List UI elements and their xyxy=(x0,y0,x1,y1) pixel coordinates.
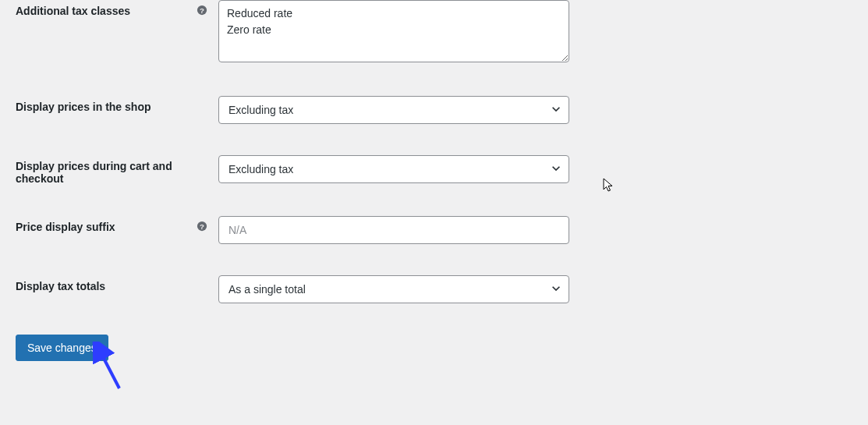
display-prices-shop-select[interactable]: Excluding tax xyxy=(218,96,569,124)
row-price-display-suffix: Price display suffix ? xyxy=(16,216,852,244)
label-display-tax-totals: Display tax totals xyxy=(16,280,105,292)
row-display-prices-shop: Display prices in the shop Excluding tax xyxy=(16,96,852,124)
label-col: Additional tax classes ? xyxy=(16,0,218,17)
label-additional-tax-classes: Additional tax classes xyxy=(16,5,130,17)
input-col: As a single total xyxy=(218,275,569,303)
input-col: Reduced rate Zero rate xyxy=(218,0,569,65)
select-value: As a single total xyxy=(218,275,569,303)
svg-text:?: ? xyxy=(200,6,204,15)
additional-tax-classes-textarea[interactable]: Reduced rate Zero rate xyxy=(218,0,569,62)
row-display-prices-cart: Display prices during cart and checkout … xyxy=(16,155,852,185)
label-col: Display prices in the shop xyxy=(16,96,218,113)
label-col: Display tax totals xyxy=(16,275,218,292)
help-icon[interactable]: ? xyxy=(197,221,207,232)
tax-settings-form: Additional tax classes ? Reduced rate Ze… xyxy=(0,0,868,361)
label-price-display-suffix: Price display suffix xyxy=(16,221,115,233)
label-col: Display prices during cart and checkout xyxy=(16,155,218,185)
label-col: Price display suffix ? xyxy=(16,216,218,233)
select-value: Excluding tax xyxy=(218,96,569,124)
label-display-prices-cart: Display prices during cart and checkout xyxy=(16,160,218,185)
select-value: Excluding tax xyxy=(218,155,569,183)
row-additional-tax-classes: Additional tax classes ? Reduced rate Ze… xyxy=(16,0,852,65)
save-changes-button[interactable]: Save changes xyxy=(16,335,108,361)
display-prices-cart-select[interactable]: Excluding tax xyxy=(218,155,569,183)
input-col xyxy=(218,216,569,244)
label-display-prices-shop: Display prices in the shop xyxy=(16,101,151,113)
input-col: Excluding tax xyxy=(218,155,569,183)
display-tax-totals-select[interactable]: As a single total xyxy=(218,275,569,303)
price-display-suffix-input[interactable] xyxy=(218,216,569,244)
svg-text:?: ? xyxy=(200,222,204,231)
row-display-tax-totals: Display tax totals As a single total xyxy=(16,275,852,303)
input-col: Excluding tax xyxy=(218,96,569,124)
help-icon[interactable]: ? xyxy=(197,5,207,16)
